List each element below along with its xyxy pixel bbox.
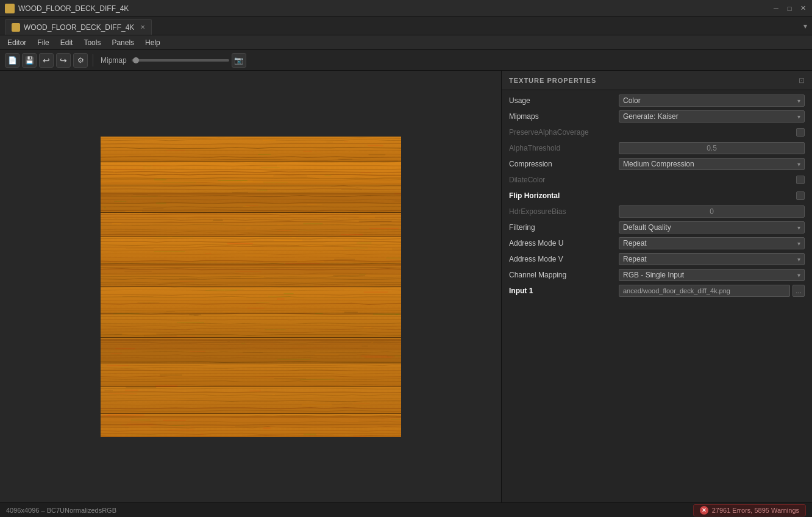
- undo-icon: ↩: [43, 55, 50, 65]
- prop-row-6: Flip Horizontal: [502, 188, 812, 204]
- prop-value-3: 0.5: [619, 142, 805, 154]
- save-button[interactable]: 💾: [22, 53, 37, 68]
- title-bar: WOOD_FLOOR_DECK_DIFF_4K ─ □ ✕: [0, 0, 812, 17]
- prop-label-9: Address Mode U: [509, 239, 619, 248]
- prop-row-4: CompressionMedium Compression▾: [502, 156, 812, 172]
- prop-dropdown-0[interactable]: Color▾: [619, 94, 805, 107]
- prop-value-2: [619, 128, 805, 137]
- prop-label-1: Mipmaps: [509, 112, 619, 121]
- prop-dropdown-1[interactable]: Generate: Kaiser▾: [619, 110, 805, 123]
- prop-row-2: PreserveAlphaCoverage: [502, 124, 812, 140]
- prop-dropdown-8[interactable]: Default Quality▾: [619, 221, 805, 234]
- prop-row-7: HdrExposureBias0: [502, 204, 812, 219]
- save-icon: 💾: [25, 56, 34, 65]
- prop-checkbox-2: [796, 128, 805, 137]
- viewport: [0, 71, 501, 502]
- menu-edit[interactable]: Edit: [55, 37, 78, 48]
- prop-value-1: Generate: Kaiser▾: [619, 110, 805, 123]
- panel-expand-icon[interactable]: ⊡: [799, 76, 805, 85]
- toolbar-separator-1: [93, 54, 93, 66]
- wood-canvas: [101, 137, 401, 437]
- prop-number-7: 0: [619, 205, 805, 218]
- mipmap-slider-thumb: [133, 57, 139, 63]
- prop-label-8: Filtering: [509, 223, 619, 232]
- texture-tab[interactable]: WOOD_FLOOR_DECK_DIFF_4K ✕: [5, 19, 152, 35]
- prop-row-3: AlphaThreshold0.5: [502, 140, 812, 156]
- prop-row-10: Address Mode VRepeat▾: [502, 251, 812, 267]
- maximize-button[interactable]: □: [785, 4, 794, 13]
- menu-file[interactable]: File: [32, 37, 54, 48]
- prop-label-5: DilateColor: [509, 176, 619, 184]
- prop-dropdown-11[interactable]: RGB - Single Input▾: [619, 269, 805, 281]
- prop-checkbox-6[interactable]: [796, 191, 805, 200]
- prop-label-10: Address Mode V: [509, 255, 619, 263]
- settings-icon: ⚙: [77, 56, 84, 65]
- error-status[interactable]: ✕ 27961 Errors, 5895 Warnings: [693, 504, 806, 516]
- prop-value-10: Repeat▾: [619, 253, 805, 265]
- window-title: WOOD_FLOOR_DECK_DIFF_4K: [18, 4, 129, 13]
- screenshot-button[interactable]: 📷: [232, 53, 246, 68]
- settings-button[interactable]: ⚙: [73, 53, 88, 68]
- prop-value-9: Repeat▾: [619, 237, 805, 249]
- mipmap-slider-container: [132, 59, 229, 62]
- prop-row-11: Channel MappingRGB - Single Input▾: [502, 267, 812, 283]
- prop-row-1: MipmapsGenerate: Kaiser▾: [502, 109, 812, 124]
- properties-panel: TEXTURE PROPERTIES ⊡ UsageColor▾MipmapsG…: [501, 71, 812, 502]
- prop-dropdown-9[interactable]: Repeat▾: [619, 237, 805, 249]
- texture-preview: [101, 137, 401, 437]
- prop-number-3: 0.5: [619, 142, 805, 154]
- texture-info: 4096x4096 – BC7UNormalizedsRGB: [6, 507, 116, 514]
- tab-bar: WOOD_FLOOR_DECK_DIFF_4K ✕ ▾: [0, 17, 812, 35]
- prop-label-2: PreserveAlphaCoverage: [509, 128, 619, 137]
- prop-file-row-12: anced/wood_floor_deck_diff_4k.png…: [619, 285, 805, 297]
- menu-bar: Editor File Edit Tools Panels Help: [0, 35, 812, 50]
- prop-label-3: AlphaThreshold: [509, 144, 619, 152]
- close-button[interactable]: ✕: [799, 4, 807, 13]
- menu-tools[interactable]: Tools: [79, 37, 105, 48]
- menu-help[interactable]: Help: [140, 37, 165, 48]
- prop-value-6: [619, 191, 805, 200]
- mipmap-label: Mipmap: [98, 56, 129, 65]
- prop-row-12: Input 1anced/wood_floor_deck_diff_4k.png…: [502, 283, 812, 299]
- redo-icon: ↪: [60, 55, 67, 65]
- prop-row-8: FilteringDefault Quality▾: [502, 219, 812, 235]
- tab-dropdown-arrow[interactable]: ▾: [803, 22, 807, 30]
- mipmap-slider[interactable]: [132, 59, 229, 62]
- prop-value-8: Default Quality▾: [619, 221, 805, 234]
- new-icon: 📄: [8, 56, 17, 65]
- main-area: TEXTURE PROPERTIES ⊡ UsageColor▾MipmapsG…: [0, 71, 812, 502]
- minimize-button[interactable]: ─: [772, 4, 780, 13]
- properties-list: UsageColor▾MipmapsGenerate: Kaiser▾Prese…: [502, 90, 812, 502]
- new-button[interactable]: 📄: [5, 53, 20, 68]
- prop-row-0: UsageColor▾: [502, 93, 812, 109]
- error-count: 27961 Errors, 5895 Warnings: [712, 507, 799, 514]
- window-controls: ─ □ ✕: [772, 4, 807, 13]
- menu-editor[interactable]: Editor: [2, 37, 31, 48]
- prop-value-7: 0: [619, 205, 805, 218]
- prop-value-12: anced/wood_floor_deck_diff_4k.png…: [619, 285, 805, 297]
- prop-label-11: Channel Mapping: [509, 271, 619, 279]
- prop-row-5: DilateColor: [502, 172, 812, 188]
- prop-label-6: Flip Horizontal: [509, 191, 619, 200]
- prop-label-12: Input 1: [509, 287, 619, 295]
- prop-dropdown-4[interactable]: Medium Compression▾: [619, 158, 805, 170]
- prop-dropdown-10[interactable]: Repeat▾: [619, 253, 805, 265]
- prop-checkbox-5: [796, 176, 805, 184]
- prop-value-4: Medium Compression▾: [619, 158, 805, 170]
- tab-label: WOOD_FLOOR_DECK_DIFF_4K: [24, 23, 134, 32]
- prop-value-11: RGB - Single Input▾: [619, 269, 805, 281]
- prop-value-0: Color▾: [619, 94, 805, 107]
- tab-texture-icon: [12, 23, 20, 32]
- toolbar: 📄 💾 ↩ ↪ ⚙ Mipmap 📷: [0, 50, 812, 71]
- screenshot-icon: 📷: [234, 56, 243, 65]
- menu-panels[interactable]: Panels: [107, 37, 139, 48]
- prop-label-4: Compression: [509, 160, 619, 168]
- prop-file-button-12[interactable]: …: [792, 285, 805, 297]
- redo-button[interactable]: ↪: [56, 53, 71, 68]
- tab-close-button[interactable]: ✕: [140, 24, 145, 30]
- undo-button[interactable]: ↩: [39, 53, 54, 68]
- prop-file-input-12[interactable]: anced/wood_floor_deck_diff_4k.png: [619, 285, 790, 297]
- prop-row-9: Address Mode URepeat▾: [502, 235, 812, 251]
- panel-header: TEXTURE PROPERTIES ⊡: [502, 71, 812, 90]
- error-icon: ✕: [700, 506, 708, 515]
